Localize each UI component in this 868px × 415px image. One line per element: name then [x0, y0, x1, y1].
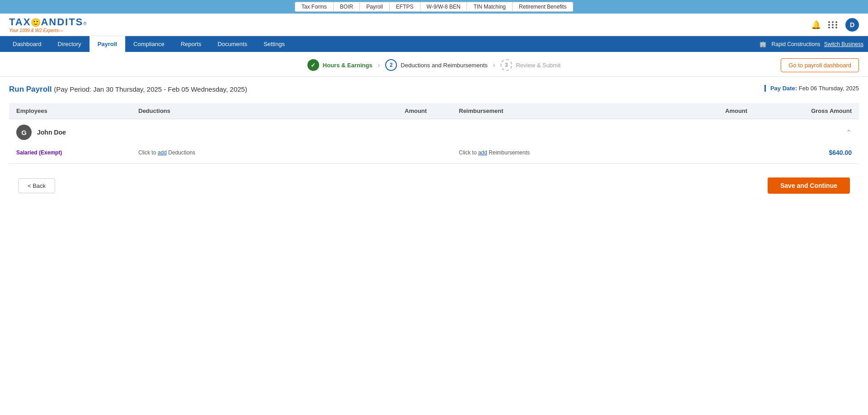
col-header-gross-amount: Gross Amount	[779, 107, 852, 114]
nav-item-directory[interactable]: Directory	[50, 36, 90, 52]
gross-amount: $640.00	[779, 149, 852, 156]
col-header-amount-1: Amount	[405, 107, 459, 114]
step-1-circle: ✓	[307, 59, 319, 71]
action-bar: < Back Save and Continue	[9, 168, 859, 203]
logo-text-tax: TAX	[9, 16, 31, 28]
notification-icon[interactable]: 🔔	[811, 20, 821, 30]
go-to-payroll-button[interactable]: Go to payroll dashboard	[781, 58, 859, 72]
page-content: Run Payroll (Pay Period: Jan 30 Thursday…	[0, 77, 868, 212]
pay-period-subtitle: (Pay Period: Jan 30 Thursday, 2025 - Feb…	[54, 85, 247, 93]
step-2: 2 Deductions and Reimbursements	[385, 59, 487, 71]
app-header: TAX 🙂 ANDITS ® Your 1099 & W2 Experts— 🔔…	[0, 14, 868, 36]
nav-item-dashboard[interactable]: Dashboard	[5, 36, 50, 52]
step-arrow-1: ›	[378, 61, 380, 69]
save-continue-button[interactable]: Save and Continue	[768, 177, 850, 194]
apps-icon[interactable]	[828, 21, 838, 28]
pay-date-value: Feb 06 Thursday, 2025	[799, 85, 859, 92]
main-navigation: DashboardDirectoryPayrollComplianceRepor…	[0, 36, 868, 52]
add-reimbursements-text: Click to add Reimbursements	[459, 149, 725, 156]
topbar-item-tin-matching[interactable]: TIN Matching	[467, 2, 512, 12]
nav-item-reports[interactable]: Reports	[173, 36, 210, 52]
stepper: ✓ Hours & Earnings › 2 Deductions and Re…	[307, 59, 561, 71]
user-avatar[interactable]: D	[845, 18, 859, 32]
step-arrow-2: ›	[493, 61, 495, 69]
logo-icon-face: 🙂	[31, 18, 41, 28]
topbar-item-payroll[interactable]: Payroll	[359, 2, 389, 12]
step-2-label: Deductions and Reimbursements	[401, 62, 487, 69]
nav-item-payroll[interactable]: Payroll	[90, 36, 125, 52]
topbar-item-w-9-w-8-ben[interactable]: W-9/W-8 BEN	[420, 2, 467, 12]
col-header-deductions: Deductions	[138, 107, 405, 114]
employee-header: G John Doe ⌃	[9, 119, 859, 145]
logo: TAX 🙂 ANDITS ® Your 1099 & W2 Experts—	[9, 16, 87, 33]
add-reimbursements-link[interactable]: add	[478, 149, 487, 156]
employee-info: G John Doe	[16, 125, 66, 140]
step-3: 3 Review & Submit	[500, 59, 561, 71]
building-icon: 🏢	[760, 41, 766, 47]
logo-registered: ®	[83, 21, 86, 26]
col-header-amount-2: Amount	[725, 107, 779, 114]
topbar-item-boir[interactable]: BOIR	[333, 2, 359, 12]
topbar-item-eftps[interactable]: EFTPS	[389, 2, 420, 12]
col-header-employees: Employees	[16, 107, 138, 114]
topbar-item-retirement-benefits[interactable]: Retirement Benefits	[512, 2, 573, 12]
business-switcher-area: 🏢 Rapid Constructions Switch Business	[760, 41, 863, 47]
employee-details: Salaried (Exempt) Click to add Deduction…	[9, 145, 859, 163]
add-deductions-link[interactable]: add	[158, 149, 167, 156]
nav-item-documents[interactable]: Documents	[209, 36, 255, 52]
header-icons: 🔔 D	[811, 18, 859, 32]
step-3-circle: 3	[500, 59, 512, 71]
collapse-icon[interactable]: ⌃	[846, 128, 852, 137]
switch-business-link[interactable]: Switch Business	[824, 41, 863, 47]
add-deductions-text: Click to add Deductions	[138, 149, 405, 156]
step-1-label: Hours & Earnings	[323, 62, 373, 69]
topbar-item-tax-forms[interactable]: Tax Forms	[295, 2, 333, 12]
logo-tagline: Your 1099 & W2 Experts—	[9, 28, 87, 33]
step-2-circle: 2	[385, 59, 397, 71]
nav-item-settings[interactable]: Settings	[255, 36, 293, 52]
nav-item-compliance[interactable]: Compliance	[125, 36, 173, 52]
page-title: Run Payroll (Pay Period: Jan 30 Thursday…	[9, 85, 247, 94]
col-header-reimbursement: Reimbursement	[459, 107, 725, 114]
pay-date-display: Pay Date: Feb 06 Thursday, 2025	[764, 85, 859, 92]
business-name: Rapid Constructions	[772, 41, 821, 47]
avatar: G	[16, 125, 32, 140]
table-header: Employees Deductions Amount Reimbursemen…	[9, 103, 859, 119]
back-button[interactable]: < Back	[18, 178, 55, 193]
employee-row: G John Doe ⌃ Salaried (Exempt) Click to …	[9, 119, 859, 164]
step-3-label: Review & Submit	[516, 62, 561, 69]
top-navigation-bar: Tax FormsBOIRPayrollEFTPSW-9/W-8 BENTIN …	[0, 0, 868, 14]
stepper-bar: ✓ Hours & Earnings › 2 Deductions and Re…	[0, 52, 868, 77]
employee-name: John Doe	[37, 129, 66, 136]
pay-date-label: Pay Date:	[770, 85, 797, 92]
logo-text-andits: ANDITS	[41, 16, 83, 28]
employee-type: Salaried (Exempt)	[16, 149, 138, 156]
step-1: ✓ Hours & Earnings	[307, 59, 373, 71]
